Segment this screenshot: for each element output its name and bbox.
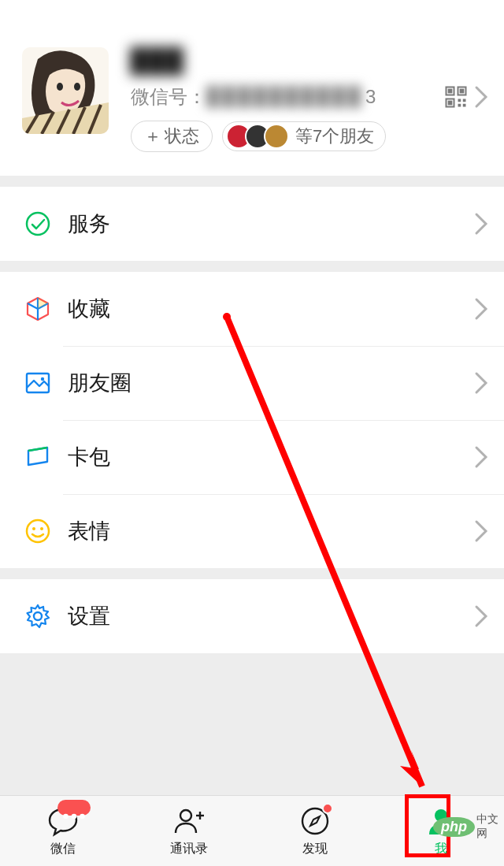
- svg-rect-13: [449, 102, 452, 105]
- wxid-row[interactable]: 微信号： ▉▉▉▉▉▉▉▉▉▉ 3: [131, 84, 488, 110]
- row-favorites-label: 收藏: [68, 295, 474, 323]
- tab-bar: 微信 通讯录 发现 我: [0, 795, 504, 866]
- chevron-right-icon: [474, 519, 488, 543]
- tab-contacts[interactable]: 通讯录: [126, 796, 252, 866]
- services-icon: [22, 208, 54, 240]
- row-favorites[interactable]: 收藏: [0, 272, 504, 346]
- chevron-right-icon: [474, 371, 488, 395]
- tab-discover[interactable]: 发现: [252, 796, 378, 866]
- section-services: 服务: [0, 187, 504, 261]
- row-moments[interactable]: 朋友圈: [0, 346, 504, 420]
- watermark-php-logo: php: [433, 817, 475, 837]
- cards-icon: [22, 441, 54, 473]
- chevron-right-icon: [474, 604, 488, 628]
- plus-icon: ＋: [144, 125, 161, 148]
- watermark-php-text: 中文网: [476, 812, 504, 841]
- row-services-label: 服务: [68, 210, 474, 238]
- row-cards-label: 卡包: [68, 443, 474, 471]
- svg-point-28: [180, 810, 191, 821]
- profile-info: ▉▉▉ 微信号： ▉▉▉▉▉▉▉▉▉▉ 3: [109, 47, 488, 152]
- favorites-icon: [22, 293, 54, 325]
- watermark-php: php 中文网: [433, 812, 504, 841]
- status-row: ＋ 状态 等7个朋友: [131, 121, 488, 152]
- tab-me-label: 我: [435, 841, 447, 857]
- avatar-image: [22, 47, 109, 134]
- svg-point-23: [40, 527, 43, 530]
- qr-code-icon[interactable]: [444, 85, 468, 109]
- tab-chats-label: 微信: [50, 841, 76, 857]
- svg-point-26: [72, 814, 77, 820]
- friend-avatars: [226, 124, 289, 149]
- friends-status-pill[interactable]: 等7个朋友: [222, 121, 386, 151]
- profile-nickname: ▉▉▉: [131, 47, 488, 75]
- contacts-icon: [172, 805, 206, 838]
- settings-icon: [22, 600, 54, 632]
- status-button-label: 状态: [165, 125, 199, 148]
- discover-badge-dot: [322, 803, 333, 814]
- profile-card[interactable]: ▉▉▉ 微信号： ▉▉▉▉▉▉▉▉▉▉ 3: [0, 0, 504, 176]
- wxid-label: 微信号：: [131, 84, 206, 110]
- svg-point-25: [63, 814, 69, 820]
- moments-icon: [22, 367, 54, 399]
- row-stickers[interactable]: 表情: [0, 494, 504, 568]
- svg-point-2: [74, 83, 80, 91]
- chats-badge: [57, 800, 91, 816]
- svg-rect-16: [458, 104, 461, 107]
- status-button[interactable]: ＋ 状态: [131, 121, 213, 152]
- section-settings: 设置: [0, 579, 504, 653]
- chevron-right-icon: [474, 212, 488, 236]
- svg-rect-15: [463, 99, 466, 102]
- svg-point-27: [80, 814, 85, 820]
- svg-rect-17: [463, 104, 466, 107]
- chevron-right-icon: [474, 85, 488, 109]
- wxid-value: ▉▉▉▉▉▉▉▉▉▉: [206, 86, 364, 108]
- chat-icon: [46, 805, 80, 838]
- row-services[interactable]: 服务: [0, 187, 504, 261]
- row-cards[interactable]: 卡包: [0, 420, 504, 494]
- svg-point-20: [41, 377, 44, 381]
- svg-rect-14: [458, 99, 461, 102]
- tab-contacts-label: 通讯录: [170, 841, 208, 857]
- svg-point-24: [34, 612, 42, 620]
- wxid-tail: 3: [365, 86, 376, 108]
- friends-suffix: 等7个朋友: [295, 125, 374, 148]
- row-settings[interactable]: 设置: [0, 579, 504, 653]
- row-settings-label: 设置: [68, 602, 474, 630]
- row-stickers-label: 表情: [68, 517, 474, 545]
- svg-point-18: [27, 213, 49, 235]
- svg-point-21: [27, 520, 49, 542]
- discover-icon: [298, 805, 332, 838]
- svg-point-22: [32, 527, 35, 530]
- stickers-icon: [22, 515, 54, 547]
- tab-discover-label: 发现: [302, 841, 328, 857]
- tab-chats[interactable]: 微信: [0, 796, 126, 866]
- avatar[interactable]: [22, 47, 109, 134]
- section-main: 收藏 朋友圈 卡包 表情: [0, 272, 504, 568]
- chevron-right-icon: [474, 297, 488, 321]
- chevron-right-icon: [474, 445, 488, 469]
- svg-rect-11: [461, 90, 464, 93]
- row-moments-label: 朋友圈: [68, 369, 474, 397]
- svg-point-1: [57, 83, 63, 91]
- svg-rect-9: [449, 90, 452, 93]
